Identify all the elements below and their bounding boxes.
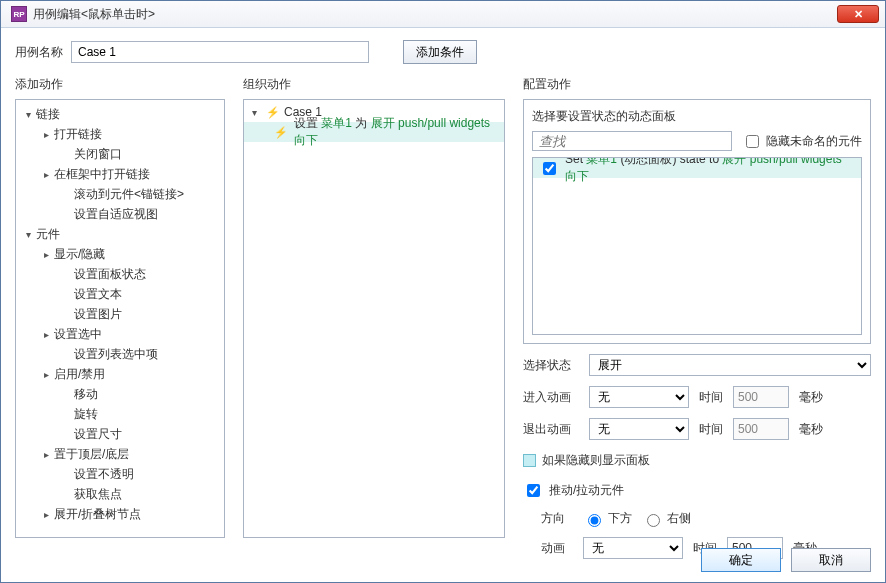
configure-action-header: 配置动作 [523,76,871,93]
select-state-row: 选择状态 展开 [523,354,871,376]
list-item-text: Set 菜单1 (动态面板) state to 展开 push/pull wid… [565,157,855,185]
show-if-hidden-checkbox[interactable] [523,454,536,467]
action-tree: ▾链接▸打开链接关闭窗口▸在框架中打开链接滚动到元件<锚链接>设置自适应视图▾元… [16,100,224,528]
case-editor-window: { "titlebar": { "app_icon_text": "RP", "… [0,0,886,583]
hide-unnamed-check[interactable] [746,135,759,148]
show-if-hidden-label: 如果隐藏则显示面板 [542,452,650,469]
list-item[interactable]: Set 菜单1 (动态面板) state to 展开 push/pull wid… [533,158,861,178]
tree-node-label: 设置自适应视图 [74,206,158,223]
tree-node-label: 设置尺寸 [74,426,122,443]
tree-node[interactable]: ▸显示/隐藏 [16,244,224,264]
close-icon: ✕ [854,8,863,21]
chevron-right-icon: ▸ [40,369,52,380]
select-state-dropdown[interactable]: 展开 [589,354,871,376]
tree-node[interactable]: ▾元件 [16,224,224,244]
case-name-row: 用例名称 添加条件 [15,40,871,64]
push-pull-row[interactable]: 推动/拉动元件 [523,481,871,500]
exit-ms-unit: 毫秒 [799,421,823,438]
tree-node-label: 滚动到元件<锚链接> [74,186,184,203]
direction-right-radio[interactable]: 右侧 [642,510,691,527]
configure-action-column: 配置动作 选择要设置状态的动态面板 隐藏未命名的元件 [523,76,871,538]
tree-node[interactable]: ▸置于顶层/底层 [16,444,224,464]
tree-node-label: 显示/隐藏 [54,246,105,263]
lightning-icon: ⚡ [266,106,280,119]
show-if-hidden-row[interactable]: 如果隐藏则显示面板 [523,452,871,469]
chevron-right-icon: ▸ [40,169,52,180]
tree-node[interactable]: 设置文本 [16,284,224,304]
chevron-right-icon: ▸ [40,329,52,340]
tree-node[interactable]: 滚动到元件<锚链接> [16,184,224,204]
ok-button[interactable]: 确定 [701,548,781,572]
direction-below-radio[interactable]: 下方 [583,510,632,527]
tree-node-label: 打开链接 [54,126,102,143]
case-name-label: 用例名称 [15,44,63,61]
tree-node-label: 获取焦点 [74,486,122,503]
chevron-right-icon: ▸ [40,249,52,260]
tree-node-label: 关闭窗口 [74,146,122,163]
search-input[interactable] [532,131,732,151]
chevron-right-icon: ▸ [40,449,52,460]
enter-anim-dropdown[interactable]: 无 [589,386,689,408]
hide-unnamed-checkbox[interactable]: 隐藏未命名的元件 [742,132,862,151]
tree-node[interactable]: ▸设置选中 [16,324,224,344]
exit-time-input[interactable] [733,418,789,440]
add-action-header: 添加动作 [15,76,225,93]
tree-node-label: 在框架中打开链接 [54,166,150,183]
tree-node[interactable]: 设置不透明 [16,464,224,484]
tree-node[interactable]: 关闭窗口 [16,144,224,164]
tree-node-label: 元件 [36,226,60,243]
tree-node[interactable]: ▸启用/禁用 [16,364,224,384]
list-item-check[interactable] [543,162,556,175]
select-state-label: 选择状态 [523,357,579,374]
chevron-right-icon: ▸ [40,129,52,140]
dynamic-panel-list[interactable]: Set 菜单1 (动态面板) state to 展开 push/pull wid… [532,157,862,335]
tree-node[interactable]: 设置面板状态 [16,264,224,284]
tree-node[interactable]: 设置图片 [16,304,224,324]
organize-panel[interactable]: ▾ ⚡ Case 1 ⚡ 设置 菜单1 为 展开 push/pull widge… [243,99,505,538]
enter-anim-label: 进入动画 [523,389,579,406]
enter-time-input[interactable] [733,386,789,408]
tree-node-label: 展开/折叠树节点 [54,506,141,523]
tree-node[interactable]: ▸打开链接 [16,124,224,144]
organize-action-row[interactable]: ⚡ 设置 菜单1 为 展开 push/pull widgets 向下 [244,122,504,142]
tree-node[interactable]: 移动 [16,384,224,404]
configure-inner: 选择要设置状态的动态面板 隐藏未命名的元件 [523,99,871,559]
push-pull-checkbox[interactable] [527,484,540,497]
direction-label: 方向 [541,510,573,527]
tree-node-label: 设置列表选中项 [74,346,158,363]
tree-node[interactable]: 获取焦点 [16,484,224,504]
tree-node[interactable]: ▸在框架中打开链接 [16,164,224,184]
tree-node-label: 启用/禁用 [54,366,105,383]
tree-node[interactable]: 旋转 [16,404,224,424]
cancel-button[interactable]: 取消 [791,548,871,572]
add-condition-button[interactable]: 添加条件 [403,40,477,64]
exit-anim-label: 退出动画 [523,421,579,438]
tree-node-label: 设置不透明 [74,466,134,483]
direction-row: 方向 下方 右侧 [523,510,871,527]
chevron-down-icon: ▾ [22,229,34,240]
bolt-icon: ⚡ [274,126,288,139]
tree-node[interactable]: 设置列表选中项 [16,344,224,364]
select-panel-groupbox: 选择要设置状态的动态面板 隐藏未命名的元件 [523,99,871,344]
tree-node-label: 移动 [74,386,98,403]
organize-action-header: 组织动作 [243,76,505,93]
case-name-input[interactable] [71,41,369,63]
chevron-down-icon: ▾ [22,109,34,120]
enter-time-label: 时间 [699,389,723,406]
push-pull-label: 推动/拉动元件 [549,482,624,499]
tree-node[interactable]: ▸展开/折叠树节点 [16,504,224,524]
select-panel-title: 选择要设置状态的动态面板 [532,108,862,125]
exit-anim-dropdown[interactable]: 无 [589,418,689,440]
tree-node[interactable]: 设置尺寸 [16,424,224,444]
close-button[interactable]: ✕ [837,5,879,23]
exit-time-label: 时间 [699,421,723,438]
add-action-column: 添加动作 ▾链接▸打开链接关闭窗口▸在框架中打开链接滚动到元件<锚链接>设置自适… [15,76,225,538]
tree-node-label: 链接 [36,106,60,123]
action-tree-panel[interactable]: ▾链接▸打开链接关闭窗口▸在框架中打开链接滚动到元件<锚链接>设置自适应视图▾元… [15,99,225,538]
app-icon: RP [11,6,27,22]
tree-node[interactable]: 设置自适应视图 [16,204,224,224]
tree-node-label: 旋转 [74,406,98,423]
footer: 确定 取消 [15,538,871,572]
tree-node[interactable]: ▾链接 [16,104,224,124]
tree-node-label: 设置图片 [74,306,122,323]
